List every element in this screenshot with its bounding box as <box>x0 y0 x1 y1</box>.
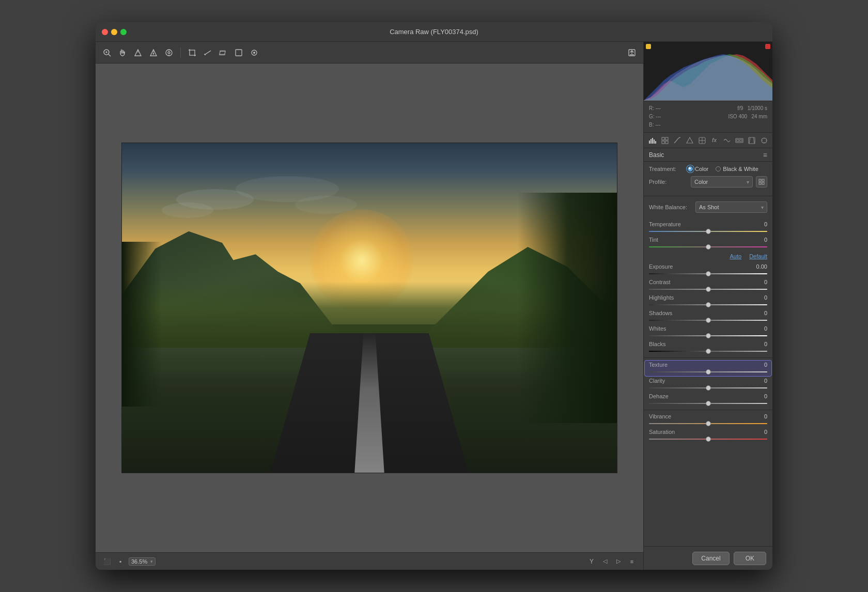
texture-label: Texture <box>649 362 668 368</box>
white-balance-section: White Balance: As Shot <box>644 198 772 220</box>
dehaze-thumb[interactable] <box>706 401 711 406</box>
shadows-label: Shadows <box>649 310 672 316</box>
shadows-track-container[interactable] <box>649 317 767 323</box>
texture-track <box>649 371 767 372</box>
profile-dropdown[interactable]: Color <box>691 176 753 188</box>
frame-icon-1[interactable]: ⬛ <box>102 556 112 567</box>
tab-curve[interactable] <box>672 135 683 146</box>
texture-track-container[interactable] <box>649 369 767 375</box>
treatment-color-label: Color <box>695 166 708 172</box>
status-icon-3[interactable]: ▷ <box>613 556 624 567</box>
tab-detail[interactable] <box>722 135 732 146</box>
highlights-track-container[interactable] <box>649 302 767 308</box>
tab-hsl[interactable] <box>685 135 695 146</box>
color-sampler-tool[interactable] <box>148 48 159 58</box>
profile-grid-button[interactable] <box>756 176 767 188</box>
profile-value: Color <box>694 179 708 185</box>
wb-dropdown[interactable]: As Shot <box>695 201 767 213</box>
tab-histogram[interactable] <box>647 135 658 146</box>
minimize-button[interactable] <box>111 29 117 35</box>
svg-line-43 <box>753 137 754 144</box>
clarity-track-container[interactable] <box>649 385 767 391</box>
exposure-thumb[interactable] <box>706 271 711 276</box>
tab-color[interactable] <box>697 135 707 146</box>
texture-value: 0 <box>752 362 767 368</box>
cancel-button[interactable]: Cancel <box>692 552 729 565</box>
texture-thumb[interactable] <box>706 369 711 375</box>
slider-clarity-header: Clarity 0 <box>649 378 767 384</box>
dehaze-track-container[interactable] <box>649 400 767 407</box>
white-balance-tool[interactable] <box>133 48 143 58</box>
vegetation-left <box>122 242 162 407</box>
slider-row-saturation: Saturation 0 <box>644 428 772 443</box>
treatment-radio-group: Color Black & White <box>688 166 758 172</box>
whites-track-container[interactable] <box>649 333 767 339</box>
right-panel: R: --- G: --- B: --- f/9 1/1000 s ISO 40… <box>643 42 772 570</box>
temperature-thumb[interactable] <box>706 229 711 234</box>
tab-lens[interactable] <box>734 135 745 146</box>
contrast-thumb[interactable] <box>706 287 711 292</box>
slider-contrast-header: Contrast 0 <box>649 279 767 285</box>
panel-menu-icon[interactable]: ≡ <box>763 151 767 159</box>
treatment-bw-label: Black & White <box>723 166 758 172</box>
rgb-r: R: --- <box>649 104 661 113</box>
zoom-dropdown[interactable]: 36.5% ▾ <box>129 557 156 566</box>
svg-point-8 <box>168 52 170 54</box>
transform-tool[interactable] <box>218 48 228 58</box>
tint-thumb[interactable] <box>706 244 711 250</box>
frame-icon-2[interactable]: ▪ <box>115 556 126 567</box>
temperature-track-container[interactable] <box>649 228 767 235</box>
treatment-bw-option[interactable]: Black & White <box>716 166 758 172</box>
close-button[interactable] <box>102 29 108 35</box>
status-icon-2[interactable]: ◁ <box>600 556 610 567</box>
settings-scroll[interactable]: Treatment: Color Black & White <box>644 162 772 546</box>
ok-button[interactable]: OK <box>734 552 766 565</box>
saturation-thumb[interactable] <box>706 437 711 442</box>
saturation-label: Saturation <box>649 429 675 435</box>
image-area <box>96 64 643 552</box>
svg-rect-27 <box>650 139 652 144</box>
export-icon[interactable] <box>627 48 637 58</box>
hand-tool[interactable] <box>117 48 128 58</box>
treatment-label: Treatment: <box>649 166 688 172</box>
exposure-track-container[interactable] <box>649 271 767 277</box>
profile-dropdown-chevron <box>747 179 749 185</box>
spot-removal-tool[interactable] <box>234 48 244 58</box>
default-link[interactable]: Default <box>749 253 767 259</box>
tab-geometry[interactable] <box>747 135 757 146</box>
red-eye-tool[interactable] <box>249 48 259 58</box>
blacks-thumb[interactable] <box>706 349 711 354</box>
highlights-thumb[interactable] <box>706 302 711 307</box>
tab-grid[interactable] <box>660 135 670 146</box>
auto-link[interactable]: Auto <box>730 253 741 259</box>
status-icon-4[interactable]: ≡ <box>627 556 637 567</box>
blacks-track-container[interactable] <box>649 348 767 354</box>
wb-dropdown-chevron <box>761 204 764 210</box>
target-adjustment-tool[interactable] <box>164 48 174 58</box>
clarity-thumb[interactable] <box>706 385 711 391</box>
slider-dehaze-header: Dehaze 0 <box>649 393 767 399</box>
slider-highlights-header: Highlights 0 <box>649 294 767 301</box>
tab-fx[interactable]: fx <box>709 135 720 146</box>
whites-thumb[interactable] <box>706 333 711 338</box>
svg-rect-26 <box>649 141 650 144</box>
shadows-thumb[interactable] <box>706 318 711 323</box>
camera-info-right: f/9 1/1000 s ISO 400 24 mm <box>728 104 767 129</box>
status-icon-1[interactable]: Y <box>586 556 597 567</box>
vibrance-track <box>649 423 767 424</box>
straighten-tool[interactable] <box>203 48 213 58</box>
treatment-color-option[interactable]: Color <box>688 166 708 172</box>
tab-calibration[interactable] <box>759 135 769 146</box>
crop-tool[interactable] <box>187 48 197 58</box>
blacks-value: 0 <box>752 341 767 347</box>
slider-shadows-header: Shadows 0 <box>649 310 767 316</box>
vibrance-thumb[interactable] <box>706 421 711 426</box>
tint-track-container[interactable] <box>649 244 767 250</box>
contrast-track-container[interactable] <box>649 286 767 292</box>
contrast-value: 0 <box>752 279 767 285</box>
zoom-tool[interactable] <box>102 48 112 58</box>
vibrance-track-container[interactable] <box>649 420 767 427</box>
maximize-button[interactable] <box>120 29 127 35</box>
svg-rect-52 <box>762 182 764 184</box>
saturation-track-container[interactable] <box>649 436 767 442</box>
